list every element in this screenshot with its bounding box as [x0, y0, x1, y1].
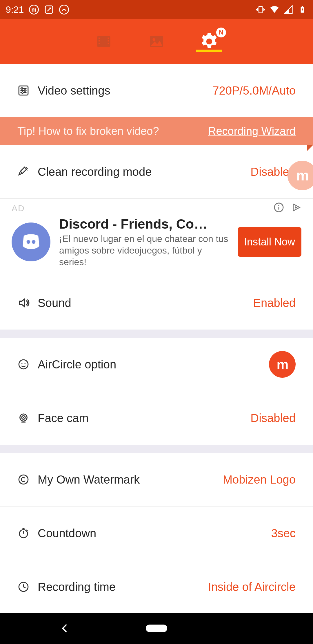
navigation-bar: [0, 613, 313, 644]
svg-point-25: [32, 240, 36, 244]
svg-rect-23: [279, 207, 279, 210]
section-spacer: [0, 330, 313, 338]
row-facecam[interactable]: Face cam Disabled: [0, 391, 313, 445]
ad-info-icon[interactable]: [274, 202, 284, 213]
facecam-label: Face cam: [38, 412, 250, 425]
svg-rect-4: [259, 6, 262, 13]
section-spacer: [0, 445, 313, 453]
aircircle-label: AirCircle option: [38, 358, 269, 371]
install-button[interactable]: Install Now: [238, 227, 301, 257]
sound-label: Sound: [38, 296, 253, 310]
tip-corner-fold: [307, 145, 313, 151]
svg-rect-13: [108, 43, 109, 44]
svg-point-16: [206, 39, 212, 44]
ad-block: AD Discord - Friends, Co… ¡El nuevo luga…: [0, 199, 313, 276]
svg-point-20: [22, 92, 23, 93]
speaker-icon: [17, 296, 38, 310]
tab-videos[interactable]: [93, 31, 114, 52]
row-video-settings[interactable]: Video settings 720P/5.0M/Auto: [0, 64, 313, 117]
ad-choices-icon[interactable]: [291, 202, 301, 213]
home-button[interactable]: [146, 625, 167, 632]
broom-icon: [17, 166, 38, 178]
svg-point-22: [278, 205, 279, 206]
svg-point-15: [153, 38, 155, 41]
ad-title: Discord - Friends, Co…: [59, 216, 229, 232]
watermark-value: Mobizen Logo: [223, 473, 296, 486]
tab-indicator: [196, 50, 222, 52]
svg-rect-8: [99, 38, 100, 39]
svg-rect-10: [99, 43, 100, 44]
svg-text:m: m: [31, 6, 37, 13]
svg-point-32: [19, 475, 28, 484]
clean-recording-label: Clean recording mode: [38, 165, 250, 178]
facecam-value: Disabled: [250, 412, 296, 425]
status-app-icon-2: [44, 5, 54, 15]
webcam-icon: [17, 412, 38, 424]
svg-rect-12: [108, 40, 109, 42]
row-countdown[interactable]: Countdown 3sec: [0, 506, 313, 560]
content: Video settings 720P/5.0M/Auto Tip! How t…: [0, 64, 313, 613]
row-aircircle[interactable]: AirCircle option m: [0, 338, 313, 391]
sound-value: Enabled: [253, 296, 296, 310]
svg-point-31: [23, 417, 24, 418]
row-clean-recording[interactable]: Clean recording mode Disabled: [0, 145, 313, 198]
battery-icon: [297, 5, 307, 15]
svg-point-28: [25, 363, 26, 364]
smile-icon: [17, 358, 38, 370]
watermark-label: My Own Watermark: [38, 473, 223, 486]
status-bar: 9:21 m: [0, 0, 313, 19]
badge-new-icon: N: [216, 28, 226, 37]
svg-point-26: [19, 360, 28, 369]
svg-rect-6: [302, 6, 303, 7]
video-settings-value: 720P/5.0M/Auto: [212, 84, 296, 97]
tab-settings[interactable]: N: [199, 31, 220, 52]
status-app-icon-1: m: [29, 5, 39, 15]
svg-point-19: [24, 90, 26, 91]
ad-description: ¡El nuevo lugar en el que chatear con tu…: [59, 233, 229, 268]
status-app-icon-3: [59, 5, 69, 15]
row-watermark[interactable]: My Own Watermark Mobizen Logo: [0, 453, 313, 506]
tip-text: Tip! How to fix broken video?: [17, 125, 159, 138]
tab-bar: N: [0, 19, 313, 64]
wifi-icon: [270, 5, 279, 15]
svg-rect-9: [99, 40, 100, 42]
video-settings-label: Video settings: [38, 84, 212, 97]
svg-point-24: [27, 240, 30, 244]
signal-icon: [283, 5, 293, 15]
tab-images[interactable]: [146, 31, 167, 52]
recording-wizard-link[interactable]: Recording Wizard: [208, 125, 296, 138]
vibrate-icon: [256, 5, 265, 15]
row-sound[interactable]: Sound Enabled: [0, 276, 313, 330]
countdown-label: Countdown: [38, 527, 271, 540]
row-recording-time[interactable]: Recording time Inside of Aircircle: [0, 560, 313, 613]
tip-bar[interactable]: Tip! How to fix broken video? Recording …: [0, 117, 313, 145]
stopwatch-icon: [17, 527, 38, 539]
ad-label: AD: [12, 203, 25, 213]
svg-point-18: [21, 88, 23, 89]
recording-time-label: Recording time: [38, 580, 208, 594]
countdown-value: 3sec: [271, 527, 296, 540]
sliders-icon: [17, 84, 38, 97]
svg-rect-11: [108, 38, 109, 39]
aircircle-logo-icon: m: [269, 351, 296, 378]
svg-point-27: [21, 363, 23, 364]
copyright-icon: [17, 473, 38, 486]
status-time: 9:21: [6, 4, 24, 15]
back-button[interactable]: [59, 623, 70, 634]
clock-icon: [17, 581, 38, 593]
recording-time-value: Inside of Aircircle: [208, 580, 296, 594]
ad-app-icon: [12, 222, 50, 261]
